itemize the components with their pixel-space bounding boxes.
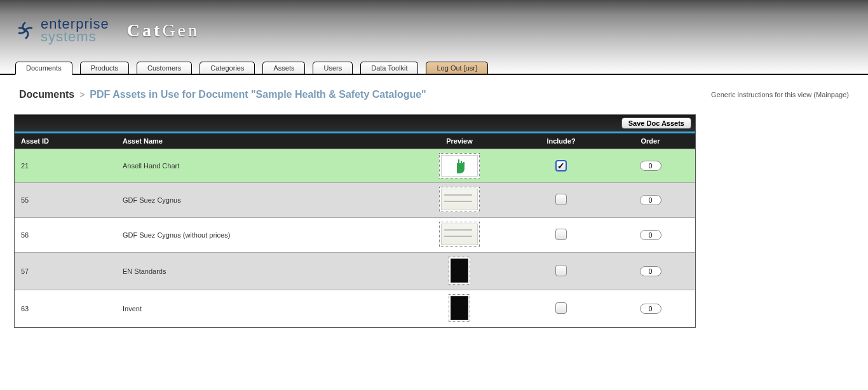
cell-include (517, 218, 606, 253)
breadcrumb-root[interactable]: Documents (19, 89, 74, 100)
cell-asset-name: GDF Suez Cygnus (without prices) (116, 218, 402, 253)
cell-include (517, 149, 606, 183)
cell-asset-id: 21 (15, 149, 116, 183)
doc-thumb-icon (441, 224, 478, 245)
nav-tabs: DocumentsProductsCustomersCategoriesAsse… (0, 62, 868, 75)
cell-order (606, 290, 695, 328)
doc-thumb-icon (441, 189, 478, 210)
table-toolbar: Save Doc Assets (15, 115, 695, 133)
tab-customers[interactable]: Customers (137, 62, 192, 74)
tab-products[interactable]: Products (80, 62, 129, 74)
col-header-preview[interactable]: Preview (402, 133, 517, 149)
cell-include (517, 290, 606, 328)
table-row: 57EN Standards (15, 253, 695, 290)
assets-table-container: Save Doc Assets Asset ID Asset Name Prev… (14, 114, 696, 328)
cell-preview (402, 290, 517, 328)
tab-data-toolkit[interactable]: Data Toolkit (360, 62, 418, 74)
include-checkbox[interactable] (555, 302, 567, 314)
cell-asset-name: EN Standards (116, 253, 402, 290)
cell-preview (402, 218, 517, 253)
order-input[interactable] (640, 161, 661, 171)
cell-asset-name: Invent (116, 290, 402, 328)
cell-include (517, 183, 606, 218)
col-header-asset-id[interactable]: Asset ID (15, 133, 116, 149)
col-header-include[interactable]: Include? (517, 133, 606, 149)
preview-thumbnail[interactable] (449, 257, 470, 285)
preview-thumbnail[interactable] (439, 222, 480, 247)
breadcrumb-separator: > (79, 90, 85, 100)
table-row: 63Invent (15, 290, 695, 328)
cell-asset-id: 57 (15, 253, 116, 290)
cell-order (606, 183, 695, 218)
table-row: 21Ansell Hand Chart (15, 149, 695, 183)
order-input[interactable] (640, 195, 661, 205)
cell-asset-id: 56 (15, 218, 116, 253)
view-instructions: Generic instructions for this view (Main… (711, 91, 849, 98)
app-header: enterprise systems CatGen DocumentsProdu… (0, 0, 868, 75)
tab-log-out-usr[interactable]: Log Out [usr] (426, 62, 488, 74)
cell-asset-name: GDF Suez Cygnus (116, 183, 402, 218)
cell-order (606, 149, 695, 183)
cell-include (517, 253, 606, 290)
include-checkbox[interactable] (555, 194, 567, 205)
cell-order (606, 218, 695, 253)
order-input[interactable] (640, 230, 661, 240)
include-checkbox[interactable] (555, 265, 567, 276)
include-checkbox[interactable] (555, 160, 567, 171)
tab-assets[interactable]: Assets (262, 62, 305, 74)
app-title-cat: Cat (127, 20, 163, 40)
order-input[interactable] (640, 304, 661, 314)
dark-thumb-icon (451, 296, 468, 320)
col-header-order[interactable]: Order (606, 133, 695, 149)
brand-text-bottom: systems (41, 30, 109, 43)
table-row: 56GDF Suez Cygnus (without prices) (15, 218, 695, 253)
app-title: CatGen (127, 20, 200, 41)
cell-order (606, 253, 695, 290)
cell-preview (402, 253, 517, 290)
cell-asset-name: Ansell Hand Chart (116, 149, 402, 183)
brand-mark-icon (14, 19, 37, 42)
tab-users[interactable]: Users (313, 62, 353, 74)
tab-categories[interactable]: Categories (200, 62, 255, 74)
dark-thumb-icon (451, 259, 468, 283)
col-header-asset-name[interactable]: Asset Name (116, 133, 402, 149)
app-title-gen: Gen (162, 20, 200, 40)
table-row: 55GDF Suez Cygnus (15, 183, 695, 218)
breadcrumb: Documents > PDF Assets in Use for Docume… (19, 89, 426, 100)
brand-logo: enterprise systems (14, 18, 109, 43)
preview-thumbnail[interactable] (439, 153, 480, 178)
hand-thumb-icon (441, 155, 478, 177)
cell-preview (402, 183, 517, 218)
preview-thumbnail[interactable] (439, 187, 480, 212)
cell-asset-id: 55 (15, 183, 116, 218)
assets-table: Asset ID Asset Name Preview Include? Ord… (15, 133, 695, 327)
save-doc-assets-button[interactable]: Save Doc Assets (621, 118, 691, 129)
cell-preview (402, 149, 517, 183)
order-input[interactable] (640, 266, 661, 276)
breadcrumb-leaf: PDF Assets in Use for Document "Sample H… (90, 89, 426, 100)
cell-asset-id: 63 (15, 290, 116, 328)
preview-thumbnail[interactable] (449, 294, 470, 322)
include-checkbox[interactable] (555, 229, 567, 240)
tab-documents[interactable]: Documents (15, 62, 72, 75)
